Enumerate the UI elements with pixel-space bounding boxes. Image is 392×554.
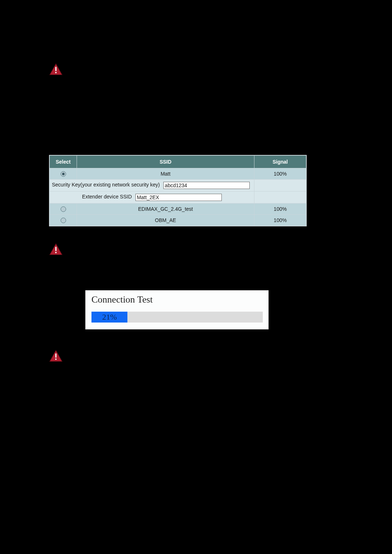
connection-test-title: Connection Test [91, 294, 262, 305]
network-row-selected: Matt 100% [49, 168, 306, 179]
warning-2: Remember your extender's SSID for use la… [49, 242, 343, 271]
step-4-paragraph: 4. By default, the extender's new SSID i… [49, 103, 343, 147]
svg-rect-7 [55, 354, 56, 358]
step-3-text: A list of available wireless networks wi… [49, 23, 338, 42]
warning-3-text: If the EW-7438RPn Mini cannot obtain an … [67, 349, 343, 393]
progress-bar: 21% [91, 312, 263, 323]
svg-rect-4 [55, 247, 56, 251]
radio-icon [61, 171, 66, 177]
step-3-number: 3. [49, 23, 56, 31]
warning-1-text: If the Wi-Fi network you wish to connect… [67, 62, 343, 85]
extender-ssid-row: Extender device SSID Matt_2EX [49, 191, 254, 203]
warning-2-line1: Remember your extender's SSID for use la… [70, 243, 236, 252]
network-row: EDIMAX_GC_2.4G_test 100% [49, 203, 306, 214]
signal-cell: 100% [254, 168, 307, 179]
radio-cell[interactable] [49, 214, 77, 226]
network-table: Select SSID Signal Matt 100% Security Ke… [49, 155, 307, 226]
svg-rect-1 [55, 67, 56, 71]
ssid-cell: EDIMAX_GC_2.4G_test [77, 203, 254, 214]
radio-icon [61, 218, 66, 223]
header-ssid: SSID [77, 155, 254, 168]
svg-point-5 [55, 251, 57, 253]
ssid-cell: Matt [77, 168, 254, 179]
warning-2-text: Remember your extender's SSID for use la… [67, 242, 343, 271]
step-4-suffix-example: _2EX [84, 115, 103, 123]
progress-bar-label: 21% [102, 312, 117, 322]
svg-point-2 [55, 72, 57, 73]
ssid-cell: OBM_AE [77, 214, 254, 226]
warning-1: If the Wi-Fi network you wish to connect… [49, 62, 343, 85]
extender-ssid-label: Extender device SSID [82, 194, 134, 200]
warning-icon [49, 350, 67, 364]
header-signal: Signal [254, 155, 307, 168]
progress-bar-fill: 21% [91, 312, 127, 323]
warning-icon [49, 63, 67, 77]
radio-cell[interactable] [49, 203, 77, 214]
signal-cell: 100% [254, 214, 307, 226]
radio-cell[interactable] [49, 168, 77, 179]
step-4-number: 4. [49, 104, 56, 112]
warning-2-line2: Click "Next" to continue. Please wait wh… [70, 260, 328, 271]
security-key-input[interactable]: abcd1234 [163, 182, 250, 189]
security-key-label: Security Key(your existing network secur… [52, 182, 162, 188]
warning-icon [49, 243, 67, 257]
warning-3: If the EW-7438RPn Mini cannot obtain an … [49, 349, 343, 393]
signal-cell: 100% [254, 203, 307, 214]
connection-test-panel: Connection Test 21% [85, 290, 269, 329]
extender-ssid-input[interactable]: Matt_2EX [135, 194, 222, 201]
radio-icon [61, 206, 66, 212]
extender-ssid-signal-cell [254, 191, 307, 203]
step-3-paragraph: 3. A list of available wireless networks… [49, 22, 343, 44]
security-key-row: Security Key(your existing network secur… [49, 179, 254, 191]
network-row: OBM_AE 100% [49, 214, 306, 226]
header-select: Select [49, 155, 77, 168]
svg-point-8 [55, 358, 57, 360]
security-key-signal-cell [254, 179, 307, 191]
